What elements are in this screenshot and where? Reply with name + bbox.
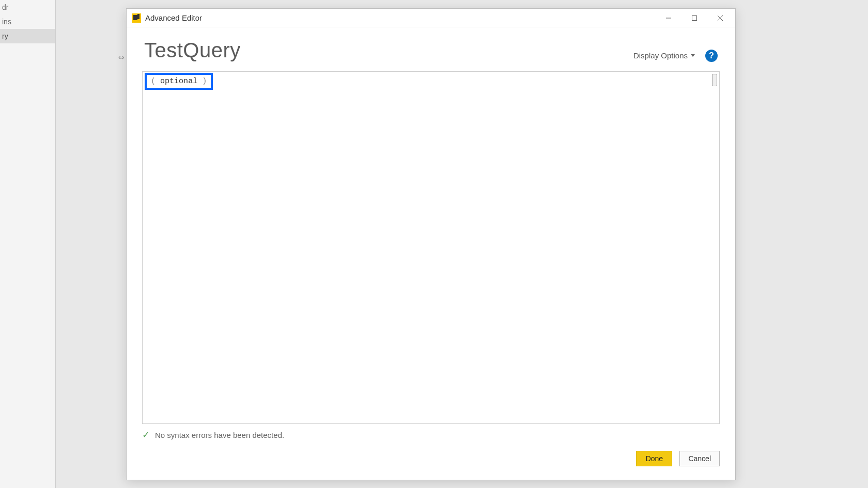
- help-icon[interactable]: ?: [705, 50, 718, 62]
- bg-item-selected: ry: [0, 29, 55, 43]
- check-icon: ✓: [142, 429, 150, 440]
- chevron-down-icon: [691, 54, 695, 57]
- resize-horizontal-icon[interactable]: ⇔: [118, 53, 125, 61]
- scrollbar-vertical[interactable]: [712, 74, 717, 86]
- svg-rect-1: [692, 15, 697, 20]
- header: TestQuery Display Options ?: [127, 27, 735, 66]
- display-options-dropdown[interactable]: Display Options: [630, 49, 698, 62]
- cancel-button[interactable]: Cancel: [679, 451, 720, 466]
- bg-item: ins: [0, 14, 55, 29]
- status-bar: ✓ No syntax errors have been detected.: [127, 424, 735, 444]
- query-name-title: TestQuery: [144, 39, 241, 62]
- background-queries-panel: dr ins ry: [0, 0, 56, 488]
- maximize-button[interactable]: [681, 10, 707, 26]
- powerbi-icon: [132, 13, 141, 23]
- code-editor[interactable]: ( optional ): [142, 71, 720, 424]
- display-options-label: Display Options: [633, 51, 688, 60]
- status-message: No syntax errors have been detected.: [155, 431, 284, 439]
- code-line-highlight: ( optional ): [145, 73, 213, 90]
- footer: Done Cancel: [127, 444, 735, 480]
- close-button[interactable]: [707, 10, 733, 26]
- advanced-editor-dialog: ⇔ Advanced Editor TestQuery Display Opti…: [126, 8, 736, 480]
- bg-item: dr: [0, 0, 55, 14]
- titlebar: Advanced Editor: [127, 9, 735, 27]
- done-button[interactable]: Done: [636, 451, 672, 466]
- minimize-button[interactable]: [656, 10, 681, 26]
- window-title: Advanced Editor: [145, 13, 202, 22]
